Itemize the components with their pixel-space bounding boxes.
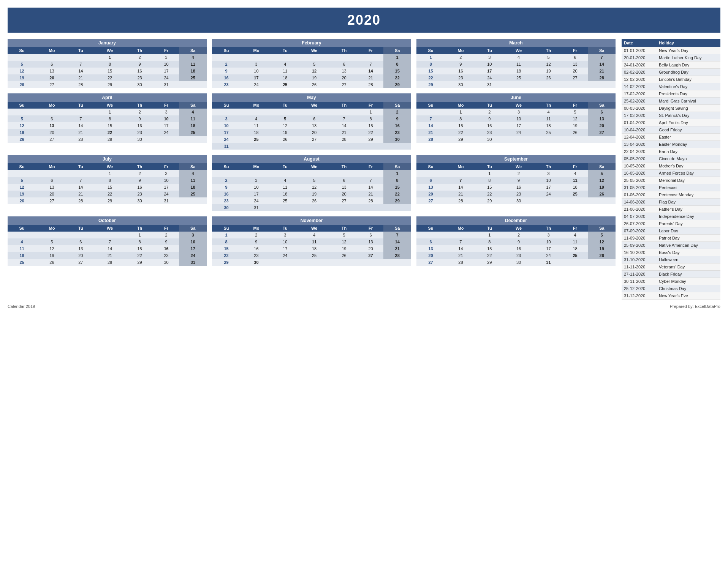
day-cell: 2 [212, 61, 241, 68]
day-cell [416, 232, 445, 238]
day-cell: 18 [179, 68, 207, 74]
day-cell: 24 [503, 129, 535, 136]
month-table-july: SuMoTuWeThFrSa12345678910111213141516171… [8, 163, 207, 204]
day-cell: 19 [588, 184, 616, 191]
day-cell [330, 143, 358, 150]
day-cell: 27 [68, 259, 94, 266]
day-header-we: We [94, 47, 126, 54]
day-cell: 5 [588, 232, 616, 238]
day-header-sa: Sa [588, 102, 616, 109]
day-cell: 19 [298, 74, 330, 81]
month-december: DecemberSuMoTuWeThFrSa123456789101112131… [416, 216, 616, 266]
day-cell: 3 [154, 109, 179, 115]
holiday-row: 11-11-2020Veterans' Day [622, 263, 720, 271]
day-header-mo: Mo [445, 163, 476, 170]
day-cell: 11 [562, 238, 588, 245]
day-cell: 20 [358, 245, 384, 252]
day-cell: 10 [503, 115, 535, 122]
holiday-date: 21-06-2020 [622, 206, 657, 213]
day-cell: 6 [588, 109, 616, 115]
day-header-mo: Mo [445, 102, 476, 109]
day-cell: 25 [272, 197, 298, 204]
day-cell: 28 [358, 81, 384, 88]
day-cell: 24 [476, 74, 503, 81]
day-cell: 22 [445, 129, 476, 136]
day-cell: 20 [416, 252, 445, 259]
day-cell [298, 204, 330, 211]
day-header-mo: Mo [241, 47, 272, 54]
day-header-we: We [298, 47, 330, 54]
holiday-row: 31-05-2020Pentecost [622, 184, 720, 191]
day-cell: 24 [241, 197, 272, 204]
day-cell: 9 [126, 61, 154, 68]
month-november: NovemberSuMoTuWeThFrSa123456789101112131… [212, 216, 411, 266]
day-cell: 2 [154, 232, 179, 238]
day-header-tu: Tu [476, 102, 503, 109]
day-header-fr: Fr [154, 47, 179, 54]
day-cell [562, 81, 588, 88]
day-header-mo: Mo [241, 163, 272, 170]
holiday-date: 11-09-2020 [622, 235, 657, 242]
day-cell: 7 [445, 177, 476, 184]
day-cell: 5 [298, 61, 330, 68]
day-cell: 15 [445, 122, 476, 129]
month-title-april: April [8, 93, 207, 102]
day-cell: 10 [154, 115, 179, 122]
day-cell [588, 81, 616, 88]
month-august: AugustSuMoTuWeThFrSa12345678910111213141… [212, 155, 411, 211]
day-header-th: Th [126, 47, 154, 54]
day-cell: 6 [416, 238, 445, 245]
day-cell: 4 [272, 177, 298, 184]
day-cell: 17 [476, 68, 503, 74]
holiday-date: 07-09-2020 [622, 227, 657, 235]
holiday-date: 22-04-2020 [622, 148, 657, 155]
day-header-tu: Tu [476, 163, 503, 170]
day-cell: 11 [8, 245, 36, 252]
holiday-name: Native American Day [657, 242, 720, 249]
holiday-name: Halloween [657, 256, 720, 263]
month-march: MarchSuMoTuWeThFrSa123456789101112131415… [416, 39, 616, 88]
day-cell: 22 [383, 191, 411, 197]
day-cell: 13 [358, 238, 384, 245]
day-cell: 1 [476, 232, 503, 238]
day-cell [36, 54, 68, 61]
day-cell: 20 [588, 122, 616, 129]
day-cell: 11 [503, 61, 535, 68]
holiday-row: 08-03-2020Daylight Saving [622, 105, 720, 112]
day-cell [535, 81, 562, 88]
day-cell: 26 [562, 129, 588, 136]
day-header-we: We [503, 163, 535, 170]
day-cell: 20 [36, 74, 68, 81]
day-cell: 2 [126, 170, 154, 177]
day-cell: 23 [445, 74, 476, 81]
day-cell [358, 170, 384, 177]
holiday-date: 12-02-2020 [622, 76, 657, 83]
day-cell: 26 [272, 136, 298, 143]
day-cell: 16 [212, 191, 241, 197]
day-cell [272, 204, 298, 211]
day-cell [358, 143, 384, 150]
day-cell: 14 [358, 68, 384, 74]
day-cell: 14 [68, 184, 94, 191]
day-cell: 7 [416, 115, 445, 122]
day-cell: 24 [154, 74, 179, 81]
day-cell [8, 109, 36, 115]
day-cell: 9 [476, 115, 503, 122]
day-cell: 26 [36, 259, 68, 266]
day-cell: 7 [358, 177, 384, 184]
day-cell: 6 [562, 54, 588, 61]
day-cell: 26 [298, 197, 330, 204]
day-header-sa: Sa [588, 47, 616, 54]
day-cell: 1 [94, 54, 126, 61]
day-cell: 19 [272, 129, 298, 136]
day-cell [416, 109, 445, 115]
calendars-section: JanuarySuMoTuWeThFrSa1234567891011121314… [8, 39, 616, 300]
holiday-row: 25-09-2020Native American Day [622, 242, 720, 249]
day-cell: 6 [36, 177, 68, 184]
day-cell [68, 170, 94, 177]
day-header-mo: Mo [241, 102, 272, 109]
day-header-tu: Tu [68, 225, 94, 232]
day-cell: 1 [94, 109, 126, 115]
holiday-date: 17-02-2020 [622, 90, 657, 98]
day-cell: 18 [535, 122, 562, 129]
